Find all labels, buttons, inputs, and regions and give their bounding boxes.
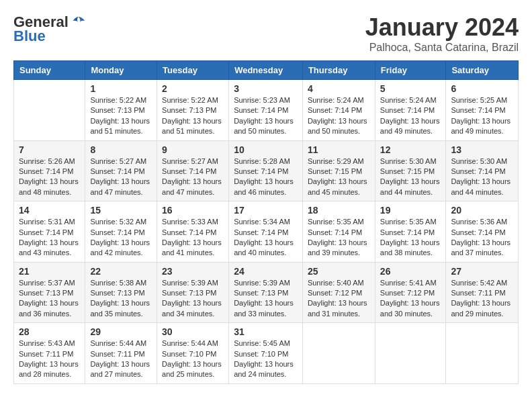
calendar-day-cell: 20Sunrise: 5:36 AM Sunset: 7:14 PM Dayli… <box>446 201 519 263</box>
calendar-week-row: 7Sunrise: 5:26 AM Sunset: 7:14 PM Daylig… <box>14 140 519 201</box>
day-number: 2 <box>162 83 224 94</box>
calendar-day-cell: 3Sunrise: 5:23 AM Sunset: 7:14 PM Daylig… <box>229 80 303 141</box>
day-number: 14 <box>19 205 80 216</box>
day-number: 22 <box>90 266 152 277</box>
day-number: 6 <box>451 83 513 94</box>
day-info: Sunrise: 5:43 AM Sunset: 7:11 PM Dayligh… <box>19 338 80 380</box>
calendar-day-cell: 17Sunrise: 5:34 AM Sunset: 7:14 PM Dayli… <box>229 201 303 263</box>
calendar-week-row: 1Sunrise: 5:22 AM Sunset: 7:13 PM Daylig… <box>14 80 519 141</box>
day-info: Sunrise: 5:31 AM Sunset: 7:14 PM Dayligh… <box>19 217 80 259</box>
day-info: Sunrise: 5:39 AM Sunset: 7:13 PM Dayligh… <box>162 278 224 320</box>
day-number: 16 <box>162 205 224 216</box>
day-info: Sunrise: 5:22 AM Sunset: 7:13 PM Dayligh… <box>162 95 224 137</box>
day-number: 19 <box>380 205 441 216</box>
day-number: 17 <box>234 205 298 216</box>
day-info: Sunrise: 5:30 AM Sunset: 7:14 PM Dayligh… <box>451 156 513 198</box>
calendar-day-cell: 27Sunrise: 5:42 AM Sunset: 7:11 PM Dayli… <box>446 262 519 323</box>
calendar-day-cell: 16Sunrise: 5:33 AM Sunset: 7:14 PM Dayli… <box>157 201 229 263</box>
calendar-day-cell: 1Sunrise: 5:22 AM Sunset: 7:13 PM Daylig… <box>85 80 157 141</box>
day-number: 27 <box>451 266 513 277</box>
day-number: 18 <box>308 205 370 216</box>
calendar-day-cell: 29Sunrise: 5:44 AM Sunset: 7:11 PM Dayli… <box>85 323 157 384</box>
day-number: 9 <box>162 144 224 155</box>
day-number: 24 <box>234 266 298 277</box>
day-number: 15 <box>90 205 152 216</box>
day-number: 5 <box>380 83 441 94</box>
day-info: Sunrise: 5:30 AM Sunset: 7:15 PM Dayligh… <box>380 156 441 198</box>
calendar-day-header: Monday <box>85 61 157 80</box>
calendar-week-row: 21Sunrise: 5:37 AM Sunset: 7:13 PM Dayli… <box>14 262 519 323</box>
calendar-header-row: SundayMondayTuesdayWednesdayThursdayFrid… <box>14 61 519 80</box>
day-number: 3 <box>234 83 298 94</box>
calendar-week-row: 28Sunrise: 5:43 AM Sunset: 7:11 PM Dayli… <box>14 323 519 384</box>
logo: General Blue <box>13 13 86 45</box>
calendar-day-cell: 23Sunrise: 5:39 AM Sunset: 7:13 PM Dayli… <box>157 262 229 323</box>
calendar-day-cell: 8Sunrise: 5:27 AM Sunset: 7:14 PM Daylig… <box>85 140 157 201</box>
day-number: 12 <box>380 144 441 155</box>
calendar-day-cell: 4Sunrise: 5:24 AM Sunset: 7:14 PM Daylig… <box>302 80 375 141</box>
day-info: Sunrise: 5:23 AM Sunset: 7:14 PM Dayligh… <box>234 95 298 137</box>
day-info: Sunrise: 5:28 AM Sunset: 7:14 PM Dayligh… <box>234 156 298 198</box>
day-info: Sunrise: 5:37 AM Sunset: 7:13 PM Dayligh… <box>19 278 80 320</box>
logo-bird-icon <box>71 15 86 30</box>
day-info: Sunrise: 5:27 AM Sunset: 7:14 PM Dayligh… <box>162 156 224 198</box>
day-number: 23 <box>162 266 224 277</box>
calendar-table: SundayMondayTuesdayWednesdayThursdayFrid… <box>13 60 519 384</box>
calendar-day-cell: 7Sunrise: 5:26 AM Sunset: 7:14 PM Daylig… <box>14 140 85 201</box>
calendar-day-cell: 13Sunrise: 5:30 AM Sunset: 7:14 PM Dayli… <box>446 140 519 201</box>
day-info: Sunrise: 5:36 AM Sunset: 7:14 PM Dayligh… <box>451 217 513 259</box>
location-title: Palhoca, Santa Catarina, Brazil <box>365 42 519 54</box>
logo-blue-text: Blue <box>13 28 46 45</box>
calendar-day-cell: 15Sunrise: 5:32 AM Sunset: 7:14 PM Dayli… <box>85 201 157 263</box>
calendar-day-cell: 5Sunrise: 5:24 AM Sunset: 7:14 PM Daylig… <box>375 80 446 141</box>
day-info: Sunrise: 5:24 AM Sunset: 7:14 PM Dayligh… <box>308 95 370 137</box>
calendar-day-cell: 12Sunrise: 5:30 AM Sunset: 7:15 PM Dayli… <box>375 140 446 201</box>
calendar-day-cell <box>302 323 375 384</box>
calendar-day-cell: 10Sunrise: 5:28 AM Sunset: 7:14 PM Dayli… <box>229 140 303 201</box>
calendar-day-cell: 19Sunrise: 5:35 AM Sunset: 7:14 PM Dayli… <box>375 201 446 263</box>
month-title: January 2024 <box>365 13 519 42</box>
day-number: 31 <box>234 326 298 337</box>
day-info: Sunrise: 5:44 AM Sunset: 7:10 PM Dayligh… <box>162 338 224 380</box>
day-info: Sunrise: 5:44 AM Sunset: 7:11 PM Dayligh… <box>90 338 152 380</box>
page-header: General Blue January 2024 Palhoca, Santa… <box>13 13 519 54</box>
day-number: 1 <box>90 83 152 94</box>
calendar-day-cell <box>14 80 85 141</box>
calendar-day-cell: 9Sunrise: 5:27 AM Sunset: 7:14 PM Daylig… <box>157 140 229 201</box>
day-info: Sunrise: 5:35 AM Sunset: 7:14 PM Dayligh… <box>308 217 370 259</box>
calendar-day-cell <box>375 323 446 384</box>
calendar-day-cell: 26Sunrise: 5:41 AM Sunset: 7:12 PM Dayli… <box>375 262 446 323</box>
calendar-day-cell: 25Sunrise: 5:40 AM Sunset: 7:12 PM Dayli… <box>302 262 375 323</box>
day-info: Sunrise: 5:38 AM Sunset: 7:13 PM Dayligh… <box>90 278 152 320</box>
day-info: Sunrise: 5:24 AM Sunset: 7:14 PM Dayligh… <box>380 95 441 137</box>
day-number: 26 <box>380 266 441 277</box>
calendar-day-cell: 31Sunrise: 5:45 AM Sunset: 7:10 PM Dayli… <box>229 323 303 384</box>
day-number: 21 <box>19 266 80 277</box>
calendar-day-header: Tuesday <box>157 61 229 80</box>
day-info: Sunrise: 5:39 AM Sunset: 7:13 PM Dayligh… <box>234 278 298 320</box>
day-info: Sunrise: 5:29 AM Sunset: 7:15 PM Dayligh… <box>308 156 370 198</box>
title-area: January 2024 Palhoca, Santa Catarina, Br… <box>365 13 519 54</box>
day-info: Sunrise: 5:33 AM Sunset: 7:14 PM Dayligh… <box>162 217 224 259</box>
calendar-day-header: Wednesday <box>229 61 303 80</box>
calendar-day-cell: 2Sunrise: 5:22 AM Sunset: 7:13 PM Daylig… <box>157 80 229 141</box>
day-info: Sunrise: 5:45 AM Sunset: 7:10 PM Dayligh… <box>234 338 298 380</box>
calendar-day-cell: 21Sunrise: 5:37 AM Sunset: 7:13 PM Dayli… <box>14 262 85 323</box>
day-number: 7 <box>19 144 80 155</box>
day-info: Sunrise: 5:27 AM Sunset: 7:14 PM Dayligh… <box>90 156 152 198</box>
day-info: Sunrise: 5:32 AM Sunset: 7:14 PM Dayligh… <box>90 217 152 259</box>
day-info: Sunrise: 5:35 AM Sunset: 7:14 PM Dayligh… <box>380 217 441 259</box>
day-number: 8 <box>90 144 152 155</box>
calendar-day-cell: 6Sunrise: 5:25 AM Sunset: 7:14 PM Daylig… <box>446 80 519 141</box>
calendar-day-header: Sunday <box>14 61 85 80</box>
day-info: Sunrise: 5:22 AM Sunset: 7:13 PM Dayligh… <box>90 95 152 137</box>
calendar-day-cell: 28Sunrise: 5:43 AM Sunset: 7:11 PM Dayli… <box>14 323 85 384</box>
day-info: Sunrise: 5:42 AM Sunset: 7:11 PM Dayligh… <box>451 278 513 320</box>
day-info: Sunrise: 5:25 AM Sunset: 7:14 PM Dayligh… <box>451 95 513 137</box>
calendar-week-row: 14Sunrise: 5:31 AM Sunset: 7:14 PM Dayli… <box>14 201 519 263</box>
day-info: Sunrise: 5:26 AM Sunset: 7:14 PM Dayligh… <box>19 156 80 198</box>
day-number: 4 <box>308 83 370 94</box>
day-number: 20 <box>451 205 513 216</box>
calendar-day-cell: 30Sunrise: 5:44 AM Sunset: 7:10 PM Dayli… <box>157 323 229 384</box>
calendar-day-header: Thursday <box>302 61 375 80</box>
